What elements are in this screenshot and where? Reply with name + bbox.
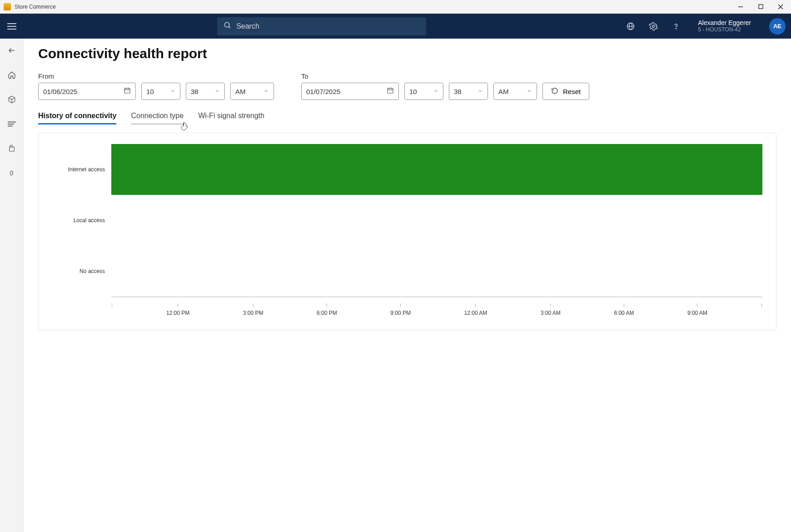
x-axis: . 12:00 PM 3:00 PM 6:00 PM 9:00 PM 12:00…	[111, 303, 762, 316]
reset-button[interactable]: Reset	[542, 83, 589, 100]
help-icon[interactable]	[671, 21, 682, 32]
app-icon	[4, 3, 11, 10]
globe-icon[interactable]	[625, 21, 636, 32]
page-title: Connectivity health report	[38, 46, 776, 61]
tab-connection-type[interactable]: Connection type	[131, 112, 184, 124]
to-ampm-select[interactable]: AM	[493, 83, 537, 100]
box-icon[interactable]	[6, 94, 17, 105]
tab-history[interactable]: History of connectivity	[38, 112, 116, 124]
x-tick-start: .	[111, 303, 113, 316]
chart-card: Internet access Local access No access .…	[38, 133, 776, 330]
gear-icon[interactable]	[648, 21, 659, 32]
to-label: To	[301, 72, 589, 80]
chevron-down-icon	[433, 87, 438, 95]
bar-fill-internet	[111, 144, 762, 195]
x-tick-2: 6:00 PM	[317, 303, 337, 316]
back-icon[interactable]	[6, 45, 17, 56]
content-area: Connectivity health report From 01/06/20…	[24, 39, 791, 532]
from-hour-select[interactable]: 10	[141, 83, 180, 100]
x-tick-end: .	[761, 303, 762, 316]
bar-local-access	[111, 195, 762, 246]
window-close-button[interactable]	[776, 3, 785, 11]
svg-point-13	[676, 28, 677, 29]
to-group: To 01/07/2025 10 3	[301, 72, 589, 100]
reset-icon	[551, 87, 558, 96]
from-label: From	[38, 72, 274, 80]
x-tick-0: 12:00 PM	[166, 303, 189, 316]
search-icon	[224, 21, 236, 31]
bag-icon[interactable]	[6, 143, 17, 154]
list-icon[interactable]	[6, 119, 17, 129]
calendar-icon	[124, 87, 131, 96]
from-group: From 01/06/2025 10	[38, 72, 274, 100]
home-icon[interactable]	[6, 70, 17, 80]
app-header: Search Alexander Eggerer 5 - HOUSTON-42 …	[0, 14, 791, 39]
from-date-value: 01/06/2025	[43, 88, 77, 95]
to-date-input[interactable]: 01/07/2025	[301, 83, 399, 100]
reset-label: Reset	[563, 88, 581, 95]
app-title: Store Commerce	[15, 4, 56, 10]
user-name: Alexander Eggerer	[698, 20, 751, 26]
y-cat-local: Local access	[52, 195, 111, 246]
menu-button[interactable]	[5, 20, 18, 33]
bar-internet-access	[111, 144, 762, 195]
user-substation: 5 - HOUSTON-42	[698, 26, 741, 33]
window-titlebar: Store Commerce	[0, 0, 791, 14]
search-input[interactable]: Search	[217, 17, 426, 35]
tab-wifi-strength[interactable]: Wi-Fi signal strength	[198, 112, 264, 124]
calendar-icon	[387, 87, 394, 96]
svg-line-8	[229, 26, 230, 28]
chart-plot: Internet access Local access No access	[52, 144, 762, 297]
bar-no-access	[111, 246, 762, 297]
y-cat-internet: Internet access	[52, 144, 111, 195]
search-placeholder: Search	[236, 22, 259, 30]
svg-rect-19	[9, 147, 14, 151]
y-cat-none: No access	[52, 246, 111, 297]
from-ampm-select[interactable]: AM	[230, 83, 274, 100]
chevron-down-icon	[478, 87, 483, 95]
chevron-down-icon	[527, 87, 532, 95]
svg-rect-24	[388, 88, 393, 93]
x-tick-5: 3:00 AM	[541, 303, 561, 316]
to-hour-select[interactable]: 10	[404, 83, 443, 100]
svg-point-12	[652, 25, 655, 27]
x-tick-3: 9:00 PM	[390, 303, 411, 316]
chevron-down-icon	[170, 87, 175, 95]
chevron-down-icon	[214, 87, 220, 95]
user-block[interactable]: Alexander Eggerer 5 - HOUSTON-42	[698, 20, 751, 33]
to-date-value: 01/07/2025	[306, 88, 340, 95]
x-tick-6: 6:00 AM	[614, 303, 634, 316]
tabs: History of connectivity Connection type …	[38, 112, 776, 124]
svg-rect-20	[124, 88, 130, 93]
avatar[interactable]: AE	[769, 18, 786, 35]
from-date-input[interactable]: 01/06/2025	[38, 83, 136, 100]
sidebar-zero[interactable]: 0	[6, 168, 17, 179]
to-min-select[interactable]: 38	[449, 83, 488, 100]
x-tick-4: 12:00 AM	[464, 303, 488, 316]
window-maximize-button[interactable]	[756, 3, 765, 11]
chevron-down-icon	[264, 87, 269, 95]
svg-point-7	[224, 22, 229, 27]
x-tick-7: 9:00 AM	[687, 303, 707, 316]
sidebar: 0	[0, 39, 24, 532]
x-tick-1: 3:00 PM	[243, 303, 264, 316]
from-min-select[interactable]: 38	[186, 83, 225, 100]
window-minimize-button[interactable]	[736, 3, 745, 11]
svg-rect-1	[759, 5, 763, 9]
